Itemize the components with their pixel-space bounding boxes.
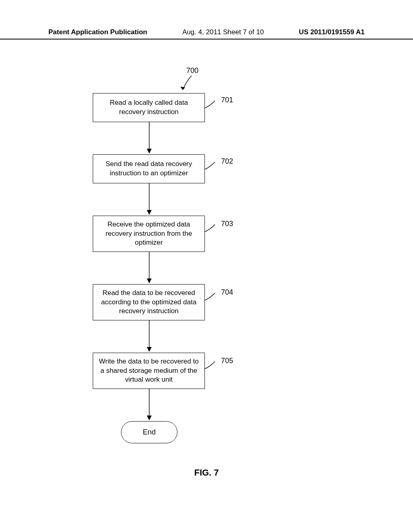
step-text: Read the data to be recovered according …: [98, 289, 200, 316]
page-header: Patent Application Publication Aug. 4, 2…: [0, 28, 413, 39]
label-connector-icon: [205, 361, 220, 373]
svg-marker-6: [147, 278, 152, 283]
header-publication: Patent Application Publication: [48, 28, 147, 36]
flowchart-step-703: Receive the optimized data recovery inst…: [93, 216, 205, 252]
step-number-704: 704: [221, 288, 233, 297]
flowchart-step-704: Read the data to be recovered according …: [93, 284, 205, 320]
step-number-705: 705: [221, 357, 233, 365]
arrow-down-icon: [146, 183, 152, 216]
svg-marker-10: [147, 416, 152, 420]
figure-caption: FIG. 7: [194, 468, 219, 478]
flowchart-step-702: Send the read data recovery instruction …: [93, 154, 205, 183]
end-label: End: [143, 428, 156, 436]
start-arrow-icon: [179, 75, 196, 95]
step-text: Read a locally called data recovery inst…: [98, 98, 200, 117]
flowchart-end: End: [121, 421, 177, 443]
flowchart-diagram: 700 Read a locally called data recovery …: [0, 52, 413, 532]
label-connector-icon: [205, 100, 220, 112]
arrow-down-icon: [146, 320, 152, 353]
label-connector-icon: [205, 292, 220, 304]
arrow-down-icon: [146, 122, 152, 154]
label-connector-icon: [205, 224, 220, 236]
flowchart-step-701: Read a locally called data recovery inst…: [93, 93, 205, 122]
step-text: Receive the optimized data recovery inst…: [98, 220, 200, 248]
header-date-sheet: Aug. 4, 2011 Sheet 7 of 10: [182, 28, 264, 36]
arrow-down-icon: [146, 389, 152, 421]
step-text: Write the data to be recovered to a shar…: [98, 357, 200, 385]
flowchart-step-705: Write the data to be recovered to a shar…: [93, 353, 205, 389]
step-number-702: 702: [221, 157, 233, 166]
svg-marker-4: [147, 210, 152, 215]
svg-marker-8: [147, 347, 152, 352]
flowchart-start-number: 700: [186, 66, 198, 75]
step-number-703: 703: [221, 220, 233, 228]
label-connector-icon: [205, 161, 220, 173]
step-text: Send the read data recovery instruction …: [98, 160, 200, 178]
step-number-701: 701: [221, 96, 233, 104]
svg-marker-2: [147, 149, 152, 154]
arrow-down-icon: [146, 252, 152, 284]
svg-marker-0: [180, 87, 185, 90]
header-patent-number: US 2011/0191559 A1: [299, 28, 365, 36]
